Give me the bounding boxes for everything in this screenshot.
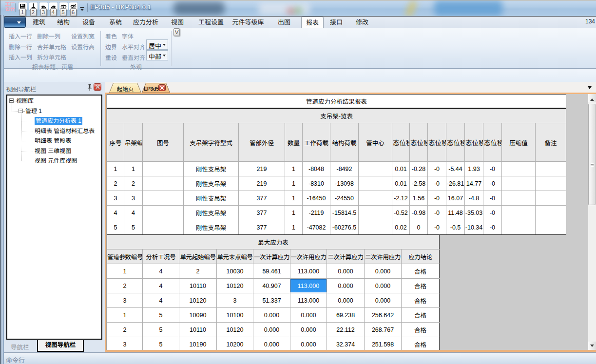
table-cell[interactable]: -0 [428,191,446,206]
table-cell[interactable]: 刚性支吊架 [184,220,239,235]
table-cell[interactable]: 10110 [179,323,217,337]
table-cell[interactable]: 刚性支吊架 [184,206,239,220]
table-cell[interactable] [502,206,536,220]
table-cell[interactable] [536,206,566,220]
column-header[interactable]: 单元末点编号 [217,249,253,264]
shading-button[interactable]: 着色 [105,32,117,40]
table-cell[interactable]: 59.461 [253,264,290,279]
table-cell[interactable]: 1 [124,162,143,176]
table-cell[interactable]: -8492 [330,162,359,176]
table-cell[interactable]: 0.01 [392,162,410,176]
scroll-up-button[interactable] [588,94,596,102]
table-cell[interactable] [143,220,184,235]
table-cell[interactable]: -0.98 [410,206,428,220]
table-cell[interactable]: 5 [107,220,124,235]
table-cell[interactable]: -0 [483,176,502,191]
table-cell[interactable]: 0.000 [290,323,327,337]
table-cell[interactable]: 2 [107,323,143,337]
table-cell[interactable]: 5 [143,323,179,337]
ribbon-tab-1[interactable]: 建筑 [27,17,51,28]
table-cell[interactable]: -60276.5 [330,220,359,235]
ribbon-tab-12[interactable]: 修改 [349,17,375,28]
column-header[interactable]: 分析工况号 [143,249,179,264]
table-cell[interactable]: 0.000 [327,279,365,293]
document-tab-start-page[interactable]: 起始页 [109,83,141,93]
table-cell[interactable]: 14.77 [465,176,483,191]
column-header[interactable]: 态位移 [465,123,483,162]
table-cell[interactable]: 1.56 [410,191,428,206]
reset-button[interactable]: 重设 [105,53,117,61]
tab-list-dropdown[interactable] [588,86,592,91]
table-cell[interactable]: 1 [107,308,143,323]
tree-item[interactable]: 视图库 [16,97,34,105]
column-header[interactable]: 管部外径 [239,123,285,162]
column-header[interactable]: 态位移 [446,123,465,162]
table-cell[interactable]: 0.000 [365,279,402,293]
insert-col-button[interactable]: 插入一列 [9,53,32,61]
ribbon-tab-2[interactable]: 结构 [51,17,76,28]
column-header[interactable]: 支吊架字符型式 [184,123,239,162]
table-cell[interactable]: 5 [124,220,143,235]
column-header[interactable]: 工作荷载 [303,123,330,162]
table-cell[interactable]: 11.48 [446,206,465,220]
column-header[interactable]: 一次计算应力 [253,249,290,264]
column-header[interactable]: 管道参数编号 [107,249,143,264]
column-header[interactable]: 单元起始编号 [179,249,217,264]
table-cell[interactable]: -47082 [303,220,330,235]
merge-cells-button[interactable]: 合并单元格 [37,42,66,51]
table-cell[interactable]: 0.000 [365,293,402,308]
table-cell[interactable]: -2119 [303,206,330,220]
ribbon-tab-9[interactable]: 出图 [267,17,301,28]
tree-item[interactable]: 管道应力分析表 1 [35,117,82,125]
table-cell[interactable]: 3 [107,191,124,206]
column-header[interactable]: 压缩值 [502,123,536,162]
table-cell[interactable]: -0.28 [410,162,428,176]
table-cell[interactable]: -0 [428,206,446,220]
column-header[interactable]: 结构荷载 [330,123,359,162]
column-header[interactable]: 一次许用应力 [290,249,327,264]
table-cell[interactable]: 5 [143,308,179,323]
ribbon-tab-6[interactable]: 视图V [162,17,193,28]
table-cell[interactable]: -8310 [303,176,330,191]
table-cell[interactable]: -0.5 [446,220,465,235]
selected-cell[interactable]: 113.000 [290,279,327,293]
document-tab-ep3d5[interactable]: EP3d5 [142,83,170,93]
table-cell[interactable]: 刚性支吊架 [184,162,239,176]
table-cell[interactable]: -26.81 [446,176,465,191]
table-cell[interactable] [143,191,184,206]
table-cell[interactable]: 256.642 [365,308,402,323]
table-cell[interactable]: 10120 [179,293,217,308]
border-button[interactable]: 边界 [105,42,117,51]
table-cell[interactable] [359,206,392,220]
table-cell[interactable]: 32.374 [327,337,365,350]
table-cell[interactable]: 0.000 [253,308,290,323]
table-cell[interactable]: 113.000 [290,264,327,279]
table-cell[interactable] [536,176,566,191]
qat-more-button[interactable] [79,5,85,10]
table-cell[interactable]: 0.000 [327,293,365,308]
table-cell[interactable]: 0.000 [253,337,290,350]
table-cell[interactable]: 3 [217,293,253,308]
table-cell[interactable]: 219 [239,176,285,191]
table-cell[interactable]: -0 [483,162,502,176]
table-cell[interactable]: 10090 [179,308,217,323]
table-cell[interactable]: 251.598 [365,337,402,350]
table-cell[interactable]: -15814.5 [330,206,359,220]
table-cell[interactable] [143,162,184,176]
table-cell[interactable]: 40.907 [253,279,290,293]
table-cell[interactable]: -35.03 [465,206,483,220]
tree-expand-box[interactable] [19,109,23,113]
scrollbar-thumb[interactable] [588,104,596,205]
tree-item[interactable]: 视图 三维视图 [35,147,71,155]
table-cell[interactable]: -0 [428,176,446,191]
table-cell[interactable] [502,176,536,191]
table-cell[interactable] [502,220,536,235]
table-cell[interactable]: 2 [179,264,217,279]
table-cell[interactable] [143,176,184,191]
set-col-width-button[interactable]: 设置列宽 [71,32,95,40]
column-header[interactable]: 二次计算应力 [327,249,365,264]
table-cell[interactable]: 4 [143,293,179,308]
ribbon-tab-3[interactable]: 设备 [76,17,101,28]
tree-item[interactable]: 明细表 管道材料汇总表 [35,127,95,135]
table-cell[interactable]: -24550 [330,191,359,206]
